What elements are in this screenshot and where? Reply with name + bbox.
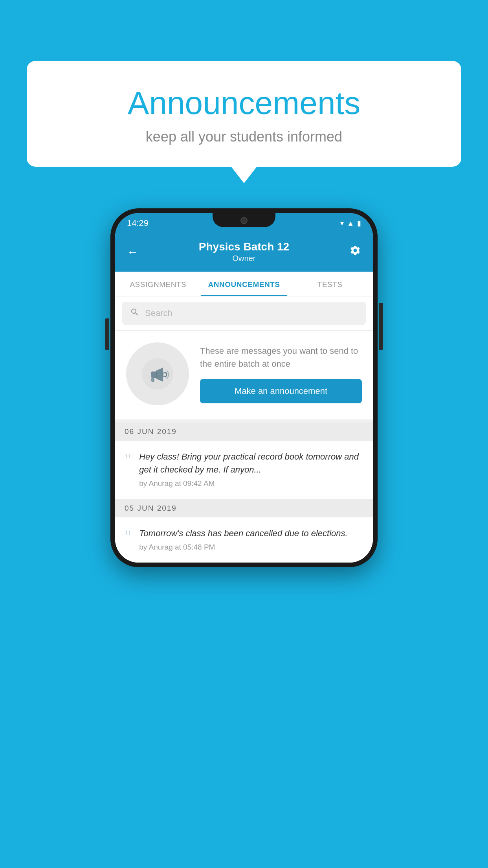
announcement-text-1: Hey class! Bring your practical record b… [139,450,363,476]
date-separator-1: 06 JUN 2019 [115,423,373,441]
make-announcement-button[interactable]: Make an announcement [200,379,362,403]
status-icons: ▾ ▲ ▮ [340,219,361,228]
status-bar: 14:29 ▾ ▲ ▮ [115,213,373,234]
search-bar-container: Search [115,296,373,331]
search-bar[interactable]: Search [122,302,366,325]
announcement-icon-circle [126,342,189,405]
speech-bubble-subtitle: keep all your students informed [46,129,442,145]
date-separator-2: 05 JUN 2019 [115,499,373,517]
header-title-section: Physics Batch 12 Owner [199,241,289,263]
app-header: ← Physics Batch 12 Owner [115,234,373,272]
svg-rect-1 [151,371,157,378]
status-time: 14:29 [127,218,149,228]
announcement-text-2: Tomorrow's class has been cancelled due … [139,527,363,540]
quote-icon-2: " [125,528,131,545]
phone-outer-shell: 14:29 ▾ ▲ ▮ ← Physics Batch 12 Owner [110,208,378,567]
battery-icon: ▮ [357,219,361,228]
signal-icon: ▲ [347,219,354,228]
batch-role: Owner [199,254,289,263]
announcement-item-2: " Tomorrow's class has been cancelled du… [115,517,373,563]
tab-tests[interactable]: TESTS [287,272,373,296]
speech-bubble-title: Announcements [46,85,442,121]
front-camera [240,217,248,224]
tab-announcements[interactable]: ANNOUNCEMENTS [201,272,287,296]
announcement-meta-1: by Anurag at 09:42 AM [139,479,363,488]
content-area: Search [115,296,373,563]
wifi-icon: ▾ [340,219,344,228]
speech-bubble-card: Announcements keep all your students inf… [27,61,461,167]
phone-screen: 14:29 ▾ ▲ ▮ ← Physics Batch 12 Owner [115,213,373,563]
announcement-item-1: " Hey class! Bring your practical record… [115,441,373,499]
phone-mockup: 14:29 ▾ ▲ ▮ ← Physics Batch 12 Owner [110,208,378,567]
announcement-right-section: These are messages you want to send to t… [200,344,362,403]
quote-icon-1: " [125,452,131,468]
announcement-meta-2: by Anurag at 05:48 PM [139,543,363,552]
settings-button[interactable] [349,245,361,259]
announcement-empty-state: These are messages you want to send to t… [115,331,373,423]
speech-bubble-section: Announcements keep all your students inf… [27,61,461,167]
announcement-description: These are messages you want to send to t… [200,344,362,370]
announcement-content-1: Hey class! Bring your practical record b… [139,450,363,488]
svg-rect-2 [151,378,154,382]
back-button[interactable]: ← [127,245,139,259]
notch [213,213,275,227]
batch-title: Physics Batch 12 [199,241,289,253]
search-placeholder: Search [145,308,172,318]
megaphone-icon [142,358,173,390]
tabs-bar: ASSIGNMENTS ANNOUNCEMENTS TESTS [115,272,373,296]
announcement-content-2: Tomorrow's class has been cancelled due … [139,527,363,552]
tab-assignments[interactable]: ASSIGNMENTS [115,272,201,296]
search-icon [130,307,139,319]
